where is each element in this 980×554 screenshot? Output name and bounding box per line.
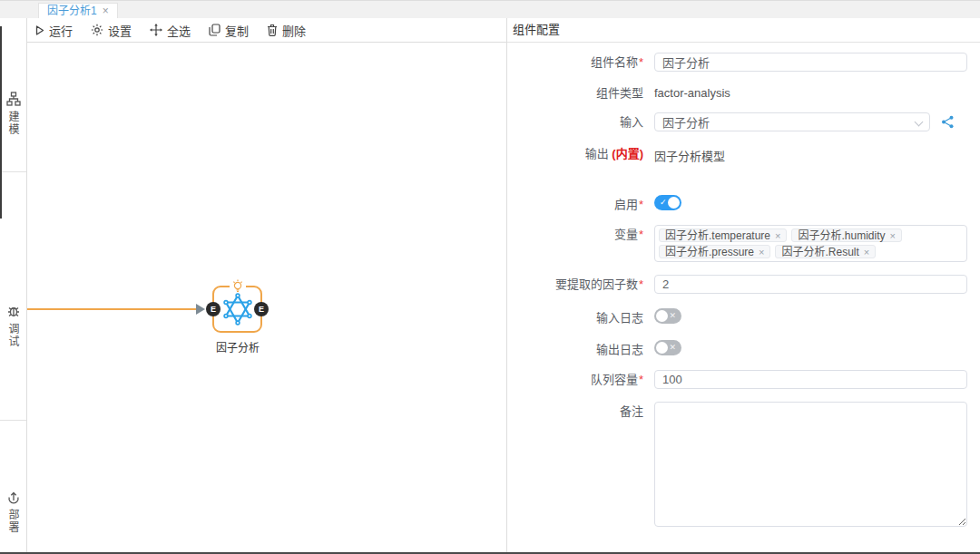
variable-tag: 因子分析.Result× xyxy=(775,245,876,258)
sidebar-item-modeling[interactable]: 建模 xyxy=(0,92,26,136)
sidebar-item-label: 调试 xyxy=(5,323,21,348)
input-log-toggle[interactable]: ✕ xyxy=(654,308,681,324)
config-form: 组件名称* 组件类型 factor-analysis 输入 xyxy=(507,43,980,530)
output-log-toggle[interactable]: ✕ xyxy=(654,340,681,355)
sidebar-item-label: 建模 xyxy=(5,111,21,136)
required-mark: * xyxy=(639,277,643,291)
field-label-remark: 备注 xyxy=(507,402,643,530)
toggle-knob xyxy=(668,197,680,209)
tab-title: 因子分析1 xyxy=(47,4,97,18)
hexagram-network-icon xyxy=(221,293,254,326)
output-value: 因子分析模型 xyxy=(654,144,725,164)
tab-bar: 因子分析1 × xyxy=(0,1,980,18)
variable-tag: 因子分析.temperature× xyxy=(659,228,787,242)
run-label: 运行 xyxy=(49,22,73,39)
toggle-knob xyxy=(656,310,668,322)
config-panel: 组件配置 组件名称* 组件类型 factor-analysis 输入 xyxy=(506,18,980,554)
variables-tag-box[interactable]: 因子分析.temperature× 因子分析.humidity× 因子分析.pr… xyxy=(654,225,967,262)
copy-icon xyxy=(209,24,220,36)
deploy-upload-icon xyxy=(6,490,21,504)
sidebar-divider xyxy=(0,420,26,421)
input-select[interactable] xyxy=(654,112,930,131)
queue-capacity-input[interactable] xyxy=(654,370,967,389)
select-all-button[interactable]: 全选 xyxy=(150,22,191,39)
tab-factor-analysis[interactable]: 因子分析1 × xyxy=(38,3,118,18)
lightbulb-icon xyxy=(230,279,246,293)
tab-close-icon[interactable]: × xyxy=(103,5,109,16)
field-label-enable: 启用* xyxy=(507,195,643,212)
field-label-output: 输出 (内置) xyxy=(507,144,643,164)
panel-title: 组件配置 xyxy=(507,18,980,43)
variable-tag: 因子分析.pressure× xyxy=(659,245,770,258)
connector-arrowhead-icon xyxy=(196,304,205,315)
settings-button[interactable]: 设置 xyxy=(91,22,132,39)
sitemap-icon xyxy=(6,92,21,106)
bug-icon xyxy=(6,304,21,318)
sidebar-item-debug[interactable]: 调试 xyxy=(0,304,26,348)
factors-count-input[interactable] xyxy=(654,275,967,294)
delete-button[interactable]: 删除 xyxy=(267,22,306,39)
settings-label: 设置 xyxy=(108,22,132,39)
app-window: 因子分析1 × 建模 xyxy=(0,0,980,554)
tag-remove-icon[interactable]: × xyxy=(864,246,869,258)
component-name-input[interactable] xyxy=(654,53,967,72)
field-label-input-log: 输入日志 xyxy=(507,308,643,326)
move-icon xyxy=(150,24,162,36)
input-port-badge[interactable]: E xyxy=(206,302,220,316)
tag-remove-icon[interactable]: × xyxy=(759,246,764,258)
workspace: 运行 设置 xyxy=(27,18,506,554)
required-mark: * xyxy=(639,198,643,211)
remark-textarea[interactable] xyxy=(654,402,967,527)
select-all-label: 全选 xyxy=(167,22,191,39)
field-label-variables: 变量* xyxy=(507,225,643,262)
trash-icon xyxy=(267,24,278,36)
builtin-badge: (内置) xyxy=(612,147,643,160)
field-label-type: 组件类型 xyxy=(507,83,643,101)
toggle-knob xyxy=(656,342,668,354)
input-select-value[interactable] xyxy=(654,112,930,131)
required-mark: * xyxy=(639,373,643,386)
sidebar-divider xyxy=(0,171,26,172)
tag-remove-icon[interactable]: × xyxy=(775,229,780,242)
field-label-name: 组件名称* xyxy=(507,53,643,72)
x-icon: ✕ xyxy=(669,310,676,322)
gear-icon xyxy=(91,24,103,36)
required-mark: * xyxy=(639,55,643,69)
field-label-output-log: 输出日志 xyxy=(507,340,643,357)
copy-label: 复制 xyxy=(225,22,249,39)
variable-tag: 因子分析.humidity× xyxy=(791,228,901,242)
copy-button[interactable]: 复制 xyxy=(209,22,249,39)
sidebar-item-label: 部署 xyxy=(5,509,21,534)
play-icon xyxy=(35,25,44,35)
component-type-value: factor-analysis xyxy=(654,83,730,100)
field-label-queue: 队列容量* xyxy=(507,370,643,389)
canvas-toolbar: 运行 设置 xyxy=(27,18,506,43)
x-icon: ✕ xyxy=(669,342,676,354)
flow-canvas[interactable]: E E 因子分析 xyxy=(27,43,506,554)
window-edge-left xyxy=(0,26,2,219)
connector-line xyxy=(27,308,197,310)
check-icon: ✓ xyxy=(660,197,667,209)
enable-toggle[interactable]: ✓ xyxy=(654,195,681,210)
share-icon[interactable] xyxy=(941,115,955,129)
node-label: 因子分析 xyxy=(185,339,290,355)
field-label-factors: 要提取的因子数* xyxy=(507,275,643,294)
tag-remove-icon[interactable]: × xyxy=(890,229,896,242)
delete-label: 删除 xyxy=(282,22,306,39)
left-sidebar: 建模 调试 部署 xyxy=(0,18,27,554)
output-port-badge[interactable]: E xyxy=(254,302,269,316)
field-label-input: 输入 xyxy=(507,112,643,131)
required-mark: * xyxy=(639,228,643,241)
factor-analysis-node[interactable]: E E xyxy=(212,286,262,333)
sidebar-item-deploy[interactable]: 部署 xyxy=(0,490,26,534)
run-button[interactable]: 运行 xyxy=(35,22,73,39)
